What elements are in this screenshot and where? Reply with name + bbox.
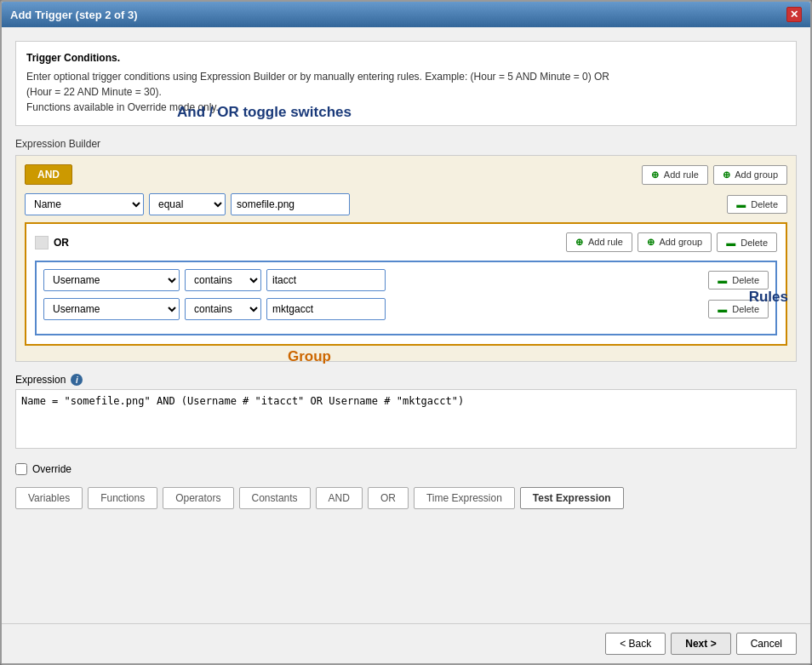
rule3-operator-select[interactable]: contains: [185, 298, 261, 320]
rule2-operator-select[interactable]: contains: [185, 269, 261, 291]
minus-icon-rule3: ▬: [718, 304, 727, 314]
header-buttons: ⊕ Add rule ⊕ Add group: [642, 165, 787, 185]
minus-icon-rule2: ▬: [718, 275, 727, 285]
minus-icon-or-group: ▬: [726, 238, 735, 248]
override-row: Override: [15, 463, 797, 475]
back-button[interactable]: < Back: [605, 633, 666, 655]
or-toggle-area: OR: [35, 236, 69, 249]
or-group-delete-button[interactable]: ▬ Delete: [717, 232, 777, 252]
dialog-title-bar: Add Trigger (step 2 of 3) ✕: [2, 2, 810, 27]
rule-row-2: Username contains ▬ Delete: [43, 269, 769, 291]
expression-section: Expression i Name = "somefile.png" AND (…: [15, 374, 797, 451]
add-rule-button-top[interactable]: ⊕ Add rule: [642, 165, 707, 185]
dialog-title-text: Add Trigger (step 2 of 3): [10, 9, 138, 21]
builder-header: AND ⊕ Add rule ⊕ Add group: [25, 164, 787, 185]
plus-icon-add-rule: ⊕: [651, 169, 659, 180]
rule1-operator-select[interactable]: equal: [149, 193, 226, 215]
dialog-footer: < Back Next > Cancel: [2, 623, 810, 663]
or-group-buttons: ⊕ Add rule ⊕ Add group ▬ Delete: [566, 232, 777, 252]
info-icon[interactable]: i: [71, 374, 83, 386]
add-group-button-top[interactable]: ⊕ Add group: [713, 165, 787, 185]
rule2-field-select[interactable]: Username: [43, 269, 180, 291]
plus-icon-add-group: ⊕: [723, 169, 730, 180]
or-group-header: OR ⊕ Add rule ⊕ Add group ▬ D: [35, 232, 777, 252]
trigger-conditions-heading: Trigger Conditions.: [26, 52, 786, 64]
or-group: OR ⊕ Add rule ⊕ Add group ▬ D: [25, 222, 787, 346]
rule3-value-input[interactable]: [266, 298, 386, 320]
override-checkbox[interactable]: [15, 463, 27, 475]
and-or-toggle-button[interactable]: AND: [25, 164, 72, 185]
operators-button[interactable]: Operators: [163, 487, 233, 509]
constants-button[interactable]: Constants: [239, 487, 311, 509]
expression-label: Expression: [15, 374, 66, 386]
trigger-conditions-box: Trigger Conditions. Enter optional trigg…: [15, 41, 797, 126]
desc-line3: Functions available in Override mode onl…: [26, 101, 219, 113]
rule1-delete-button[interactable]: ▬ Delete: [727, 195, 787, 214]
or-group-add-rule-button[interactable]: ⊕ Add rule: [566, 232, 632, 252]
minus-icon-rule1: ▬: [736, 199, 746, 209]
plus-icon-or-add-group: ⊕: [647, 237, 655, 247]
or-group-add-group-button[interactable]: ⊕ Add group: [638, 232, 712, 252]
variables-button[interactable]: Variables: [15, 487, 83, 509]
functions-button[interactable]: Functions: [88, 487, 157, 509]
rule-row-1: Name equal ▬ Delete: [25, 193, 787, 215]
test-expression-button[interactable]: Test Expression: [520, 487, 624, 509]
plus-icon-or-add-rule: ⊕: [575, 237, 583, 247]
override-label: Override: [32, 463, 71, 475]
desc-line2: (Hour = 22 AND Minute = 30).: [26, 86, 162, 98]
or-group-inner: Username contains ▬ Delete: [35, 261, 777, 335]
or-button-toolbar[interactable]: OR: [368, 487, 409, 509]
expression-textarea[interactable]: Name = "somefile.png" AND (Username # "i…: [15, 389, 797, 449]
dialog-body: Trigger Conditions. Enter optional trigg…: [2, 27, 810, 540]
expression-builder-area: AND ⊕ Add rule ⊕ Add group Name: [15, 155, 797, 362]
expression-label-row: Expression i: [15, 374, 797, 386]
rule3-field-select[interactable]: Username: [43, 298, 180, 320]
rule2-value-input[interactable]: [266, 269, 386, 291]
rule1-value-input[interactable]: [231, 193, 350, 215]
and-button-toolbar[interactable]: AND: [316, 487, 363, 509]
trigger-conditions-desc: Enter optional trigger conditions using …: [26, 69, 786, 115]
time-expression-button[interactable]: Time Expression: [414, 487, 515, 509]
close-button[interactable]: ✕: [786, 7, 802, 22]
desc-line1: Enter optional trigger conditions using …: [26, 71, 609, 83]
expression-builder-label: Expression Builder: [15, 138, 797, 150]
or-checkbox[interactable]: [35, 236, 49, 249]
add-trigger-dialog: Add Trigger (step 2 of 3) ✕ Trigger Cond…: [0, 0, 812, 665]
next-button[interactable]: Next >: [671, 633, 730, 655]
rule-row-3: Username contains ▬ Delete: [43, 298, 769, 320]
rule1-field-select[interactable]: Name: [25, 193, 144, 215]
cancel-button[interactable]: Cancel: [736, 633, 797, 655]
toolbar-buttons: Variables Functions Operators Constants …: [15, 487, 797, 509]
or-label: OR: [54, 237, 69, 249]
rule2-delete-button[interactable]: ▬ Delete: [708, 271, 769, 290]
rule3-delete-button[interactable]: ▬ Delete: [708, 300, 769, 318]
